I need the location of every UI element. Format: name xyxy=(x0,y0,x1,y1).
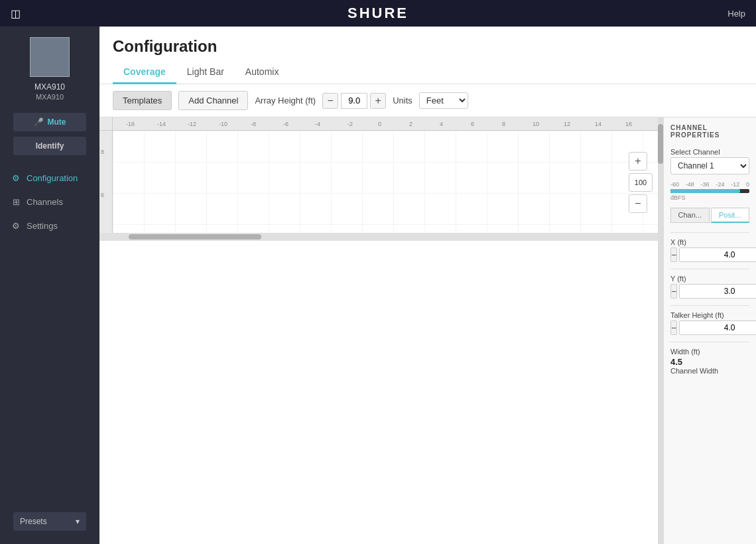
sidebar-nav: ⚙ Configuration ⊞ Channels ⚙ Settings xyxy=(0,166,99,238)
talker-height-minus[interactable]: − xyxy=(670,320,677,335)
svg-text:12: 12 xyxy=(564,121,570,127)
array-height-plus[interactable]: + xyxy=(370,93,386,109)
svg-text:4: 4 xyxy=(440,121,443,127)
add-channel-button[interactable]: Add Channel xyxy=(178,91,248,110)
svg-text:-6: -6 xyxy=(283,121,288,127)
scrollbar-thumb[interactable] xyxy=(658,124,663,164)
channel-width-label: Channel Width xyxy=(670,367,749,375)
sidebar-item-settings[interactable]: ⚙ Settings xyxy=(0,214,99,238)
shure-logo: SHURE xyxy=(347,5,409,22)
svg-text:8: 8 xyxy=(101,149,104,155)
svg-text:0: 0 xyxy=(378,121,381,127)
x-section: X (ft) − + xyxy=(670,232,749,262)
presets-button[interactable]: Presets ▾ xyxy=(13,512,86,531)
canvas-area: -16 -14 -12 -10 -8 -6 -4 -2 0 2 4 6 xyxy=(99,117,756,544)
sidebar-item-configuration[interactable]: ⚙ Configuration xyxy=(0,166,99,190)
config-tabs: Coverage Light Bar Automix xyxy=(113,61,743,84)
device-name: MXA910 xyxy=(34,82,65,92)
templates-button[interactable]: Templates xyxy=(113,91,172,110)
main-layout: MXA910 MXA910 🎤 Mute Identify ⚙ Configur… xyxy=(0,27,756,544)
canvas-wrapper: -16 -14 -12 -10 -8 -6 -4 -2 0 2 4 6 xyxy=(99,117,658,544)
sidebar-item-channels-label: Channels xyxy=(27,197,63,207)
talker-height-value[interactable] xyxy=(679,320,756,335)
select-channel-label: Select Channel xyxy=(670,148,749,156)
talker-height-section: Talker Height (ft) − + xyxy=(670,305,749,335)
coverage-canvas[interactable]: 4 3 2 1 5 xyxy=(113,131,658,233)
y-section: Y (ft) − + xyxy=(670,269,749,299)
svg-text:-4: -4 xyxy=(315,121,320,127)
svg-text:6: 6 xyxy=(471,121,474,127)
svg-text:-16: -16 xyxy=(126,121,135,127)
device-thumbnail xyxy=(30,37,70,77)
select-channel-section: Select Channel Channel 1 Channel 2 Chann… xyxy=(670,148,749,174)
y-minus-button[interactable]: − xyxy=(670,284,677,299)
toolbar: Templates Add Channel Array Height (ft) … xyxy=(99,84,756,117)
svg-text:-12: -12 xyxy=(188,121,196,127)
tab-automix[interactable]: Automix xyxy=(235,61,290,84)
scroll-thumb-h[interactable] xyxy=(129,234,261,239)
svg-rect-26 xyxy=(113,131,658,233)
array-height-value[interactable] xyxy=(341,93,367,109)
wrench-icon: ⚙ xyxy=(11,172,21,183)
svg-text:6: 6 xyxy=(101,192,104,198)
svg-text:-10: -10 xyxy=(219,121,227,127)
top-bar: ◫ SHURE Help xyxy=(0,0,756,27)
units-label: Units xyxy=(393,96,412,105)
coverage-svg: 4 3 2 1 5 xyxy=(113,131,658,233)
canvas-main: 8 6 4 2 0 -2 -4 -6 -8 xyxy=(99,131,658,233)
right-panel: CHANNEL PROPERTIES Select Channel Channe… xyxy=(663,117,756,544)
identify-label: Identify xyxy=(36,141,64,151)
x-label: X (ft) xyxy=(670,238,749,246)
db-meter-section: -60 -48 -36 -24 -12 0 dBFS xyxy=(670,181,749,201)
db-unit-label: dBFS xyxy=(670,194,749,201)
svg-text:2: 2 xyxy=(409,121,412,127)
width-label: Width (ft) xyxy=(670,348,749,356)
mute-button[interactable]: 🎤 Mute xyxy=(13,113,86,131)
panel-tabs: Chan... Posit... xyxy=(670,208,749,223)
talker-height-input-row: − + xyxy=(670,320,749,335)
tab-lightbar[interactable]: Light Bar xyxy=(176,61,235,84)
sidebar-item-settings-label: Settings xyxy=(27,221,58,231)
identify-button[interactable]: Identify xyxy=(13,137,86,155)
x-value[interactable] xyxy=(679,247,756,262)
db-meter-bar xyxy=(670,189,749,193)
db-meter-fill xyxy=(670,189,740,193)
svg-text:-8: -8 xyxy=(251,121,256,127)
zoom-controls: + 100 − xyxy=(629,152,653,213)
y-label: Y (ft) xyxy=(670,275,749,283)
ruler-horizontal: -16 -14 -12 -10 -8 -6 -4 -2 0 2 4 6 xyxy=(113,117,658,130)
svg-text:8: 8 xyxy=(502,121,505,127)
x-minus-button[interactable]: − xyxy=(670,247,677,262)
tab-coverage[interactable]: Coverage xyxy=(113,61,176,84)
presets-label: Presets xyxy=(20,517,47,526)
mic-icon: 🎤 xyxy=(34,117,44,127)
device-model: MXA910 xyxy=(36,93,64,101)
ruler-vertical: 8 6 4 2 0 -2 -4 -6 -8 xyxy=(99,131,113,233)
array-height-input: − + xyxy=(322,93,386,109)
width-section: Width (ft) 4.5 Channel Width xyxy=(670,342,749,376)
y-input-row: − + xyxy=(670,284,749,299)
channel-select[interactable]: Channel 1 Channel 2 Channel 3 Channel 4 … xyxy=(670,157,749,174)
units-select[interactable]: Feet Meters xyxy=(419,92,468,109)
config-header: Configuration Coverage Light Bar Automix xyxy=(99,27,756,84)
array-height-minus[interactable]: − xyxy=(322,93,338,109)
channels-icon: ⊞ xyxy=(11,196,21,207)
y-value[interactable] xyxy=(679,284,756,299)
tab-position[interactable]: Posit... xyxy=(711,208,750,223)
svg-text:10: 10 xyxy=(533,121,539,127)
scrollbar-right[interactable] xyxy=(658,117,663,544)
content-area: Configuration Coverage Light Bar Automix… xyxy=(99,27,756,544)
sidebar: MXA910 MXA910 🎤 Mute Identify ⚙ Configur… xyxy=(0,27,99,544)
tab-channel[interactable]: Chan... xyxy=(670,208,710,223)
sidebar-toggle-icon[interactable]: ◫ xyxy=(11,7,21,20)
zoom-in-button[interactable]: + xyxy=(629,152,647,170)
db-min: -60 xyxy=(670,181,679,188)
sidebar-item-channels[interactable]: ⊞ Channels xyxy=(0,190,99,214)
zoom-out-button[interactable]: − xyxy=(629,194,647,213)
page-title: Configuration xyxy=(113,37,743,56)
x-input-row: − + xyxy=(670,247,749,262)
help-link[interactable]: Help xyxy=(727,9,745,19)
svg-text:14: 14 xyxy=(595,121,601,127)
svg-text:-2: -2 xyxy=(347,121,353,127)
scroll-bottom xyxy=(99,233,658,241)
